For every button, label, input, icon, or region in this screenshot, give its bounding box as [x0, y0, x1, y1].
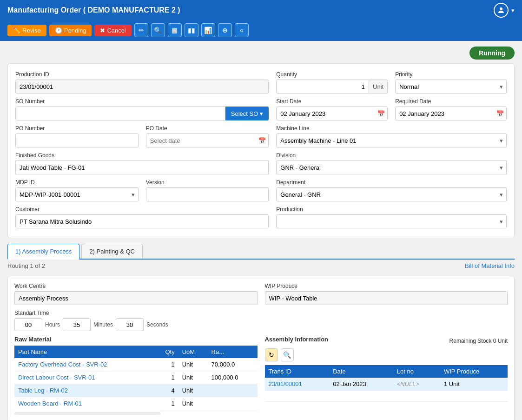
required-date-label: Required Date: [395, 98, 507, 105]
bill-of-material-info[interactable]: Bill of Material Info: [465, 262, 515, 269]
status-bar: Running: [7, 47, 515, 60]
customer-input[interactable]: [15, 214, 269, 228]
version-label: Version: [146, 179, 269, 186]
action-bar: ✏️ Revise 🕐 Pending ✖ Cancel ✏ 🔍 ▦ ▮▮ 📊 …: [0, 20, 522, 41]
minutes-unit-label: Minutes: [93, 321, 113, 328]
assembly-info-header: Assembly Information Remaining Stock 0 U…: [265, 336, 508, 346]
work-centre-wip-row: Work Centre WIP Produce: [14, 283, 508, 305]
production-group: Production: [276, 206, 507, 228]
assembly-info-table: Trans ID Date Lot no WIP Produce 23/01/0…: [265, 365, 508, 402]
seconds-input[interactable]: [116, 318, 144, 331]
work-centre-label: Work Centre: [14, 283, 258, 289]
revise-button[interactable]: ✏️ Revise: [7, 25, 46, 36]
seconds-unit-label: Seconds: [146, 321, 168, 328]
refresh-button[interactable]: ↻: [265, 348, 278, 361]
form-right-col: Quantity Unit Priority Normal: [276, 71, 507, 230]
user-area[interactable]: ▾: [494, 3, 515, 18]
po-number-input[interactable]: [15, 133, 139, 147]
routing-label: Routing 1 of 2: [7, 262, 45, 269]
required-date-group: Required Date 📅: [395, 98, 507, 120]
empty-cell: [265, 391, 508, 402]
machine-line-select[interactable]: Assembly Machine - Line 01: [276, 133, 507, 147]
trans-id-cell[interactable]: 23/01/00001: [265, 378, 330, 391]
form-card: Production ID SO Number Select SO ▾: [7, 63, 515, 238]
uom-cell: Unit: [178, 384, 208, 397]
select-so-button[interactable]: Select SO ▾: [225, 107, 269, 120]
tab-painting-qc[interactable]: 2) Painting & QC: [81, 244, 143, 259]
part-name-cell[interactable]: Factory Overhead Cost - SVR-02: [14, 358, 154, 371]
table-row[interactable]: Table Leg - RM-02 4 Unit: [14, 384, 258, 397]
hours-input[interactable]: [14, 318, 42, 331]
back-icon-btn[interactable]: «: [235, 23, 249, 37]
wip-produce-label: WIP Produce: [265, 283, 508, 289]
table-row[interactable]: 23/01/00001 02 Jan 2023 <NULL> 1 Unit: [265, 378, 508, 391]
department-group: Department General - GNR: [276, 179, 507, 201]
col-rate: Ra...: [208, 346, 258, 358]
part-name-cell[interactable]: Wooden Board - RM-01: [14, 397, 154, 410]
department-label: Department: [276, 179, 507, 186]
machine-line-group: Machine Line Assembly Machine - Line 01: [276, 125, 507, 147]
po-date-group: PO Date 📅: [146, 125, 269, 147]
part-name-cell[interactable]: Direct Labour Cost - SVR-01: [14, 371, 154, 384]
production-select[interactable]: [276, 214, 507, 228]
department-wrapper: General - GNR: [276, 187, 507, 201]
search-icon-btn[interactable]: 🔍: [151, 23, 165, 37]
raw-material-tbody: Factory Overhead Cost - SVR-02 1 Unit 70…: [14, 358, 258, 410]
so-number-input[interactable]: [15, 107, 225, 120]
part-name-cell[interactable]: Table Leg - RM-02: [14, 384, 154, 397]
user-avatar[interactable]: [494, 3, 509, 18]
status-badge: Running: [469, 47, 515, 60]
assembly-search-button[interactable]: 🔍: [281, 348, 294, 361]
user-menu-arrow[interactable]: ▾: [511, 7, 515, 14]
grid-icon-btn[interactable]: ▦: [168, 23, 182, 37]
rate-cell: 100,000.0: [208, 371, 258, 384]
quantity-label: Quantity: [276, 71, 388, 78]
remaining-stock-label: Remaining Stock 0 Unit: [449, 338, 508, 344]
required-date-wrapper: 📅: [395, 107, 507, 120]
division-select[interactable]: GNR - General: [276, 160, 507, 174]
plus-icon-btn[interactable]: ⊕: [218, 23, 232, 37]
version-group: Version: [146, 179, 269, 201]
cancel-button[interactable]: ✖ Cancel: [94, 25, 131, 36]
qty-row: Unit: [276, 80, 388, 93]
work-centre-group: Work Centre: [14, 283, 258, 305]
table-row[interactable]: Wooden Board - RM-01 1 Unit: [14, 397, 258, 410]
raw-material-header-row: Part Name Qty UoM Ra...: [14, 346, 258, 358]
table-row[interactable]: Direct Labour Cost - SVR-01 1 Unit 100,0…: [14, 371, 258, 384]
assembly-info-tbody: 23/01/00001 02 Jan 2023 <NULL> 1 Unit: [265, 378, 508, 402]
mdp-id-select[interactable]: MDP-WIP-J001-00001: [15, 187, 139, 201]
pending-icon: 🕐: [55, 27, 62, 34]
work-centre-input: [14, 291, 258, 305]
version-input[interactable]: [146, 187, 269, 201]
finished-goods-input[interactable]: [15, 160, 269, 174]
date-cell: 02 Jan 2023: [329, 378, 393, 391]
required-date-input[interactable]: [395, 107, 507, 120]
start-date-input[interactable]: [276, 107, 388, 120]
edit-icon-btn[interactable]: ✏: [134, 23, 148, 37]
minutes-input[interactable]: [63, 318, 91, 331]
department-select[interactable]: General - GNR: [276, 187, 507, 201]
assembly-info-section: Assembly Information Remaining Stock 0 U…: [265, 336, 508, 415]
division-group: Division GNR - General: [276, 152, 507, 174]
rate-cell: [208, 384, 258, 397]
machine-line-wrapper: Assembly Machine - Line 01: [276, 133, 507, 147]
priority-select[interactable]: Normal: [395, 80, 507, 93]
mdp-id-select-wrapper: MDP-WIP-J001-00001: [15, 187, 139, 201]
time-row: Hours Minutes Seconds: [14, 318, 508, 331]
raw-material-thead: Part Name Qty UoM Ra...: [14, 346, 258, 358]
chart-icon-btn[interactable]: 📊: [201, 23, 215, 37]
tab-assembly-process[interactable]: 1) Assembly Process: [7, 244, 79, 260]
standart-time-group: Standart Time Hours Minutes Seconds: [14, 310, 508, 331]
start-date-wrapper: 📅: [276, 107, 388, 120]
division-wrapper: GNR - General: [276, 160, 507, 174]
po-date-input[interactable]: [146, 133, 269, 147]
wip-produce-cell: 1 Unit: [440, 378, 508, 391]
po-number-label: PO Number: [15, 125, 139, 132]
col-trans-id: Trans ID: [265, 365, 330, 378]
quantity-input[interactable]: [276, 80, 369, 93]
table-row[interactable]: Factory Overhead Cost - SVR-02 1 Unit 70…: [14, 358, 258, 371]
mdp-id-label: MDP ID: [15, 179, 139, 186]
pending-button[interactable]: 🕐 Pending: [49, 25, 92, 36]
bar-chart-icon-btn[interactable]: ▮▮: [185, 23, 198, 37]
table-row[interactable]: [265, 391, 508, 402]
